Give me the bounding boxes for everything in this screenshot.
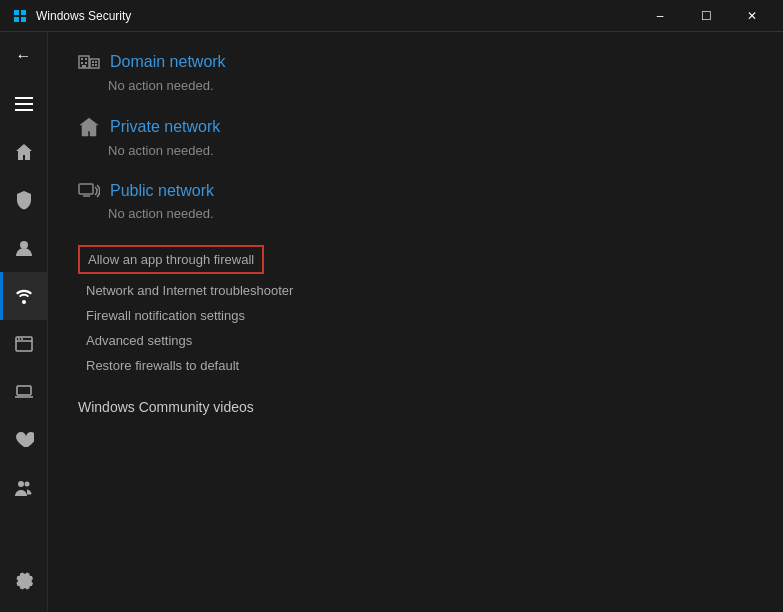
laptop-icon: [14, 382, 34, 402]
private-network-header: Private network: [78, 117, 753, 137]
svg-point-11: [21, 338, 23, 340]
svg-rect-0: [14, 10, 19, 15]
sidebar-item-browser[interactable]: [0, 320, 48, 368]
settings-icon: [14, 570, 34, 590]
wifi-icon: [14, 286, 34, 306]
private-network-section: Private network No action needed.: [78, 117, 753, 158]
maximize-button[interactable]: ☐: [683, 0, 729, 32]
back-button[interactable]: ←: [0, 32, 48, 80]
app-title: Windows Security: [36, 9, 131, 23]
sidebar-item-device[interactable]: [0, 368, 48, 416]
public-network-header: Public network: [78, 182, 753, 200]
heart-icon: [14, 430, 34, 450]
sidebar-item-virus[interactable]: [0, 176, 48, 224]
window-controls[interactable]: – ☐ ✕: [637, 0, 775, 32]
domain-network-status: No action needed.: [108, 78, 753, 93]
svg-rect-20: [82, 65, 86, 68]
svg-rect-5: [15, 103, 33, 105]
sidebar-item-settings[interactable]: [0, 556, 48, 604]
shield-icon: [14, 190, 34, 210]
svg-rect-1: [21, 10, 26, 15]
allow-app-link[interactable]: Allow an app through firewall: [80, 247, 262, 272]
sidebar-item-health[interactable]: [0, 416, 48, 464]
close-button[interactable]: ✕: [729, 0, 775, 32]
home-network-icon: [78, 117, 100, 137]
home-icon: [14, 142, 34, 162]
wifi-network-icon: [78, 182, 100, 200]
minimize-button[interactable]: –: [637, 0, 683, 32]
title-bar: Windows Security – ☐ ✕: [0, 0, 783, 32]
svg-point-14: [24, 482, 29, 487]
private-network-title: Private network: [110, 118, 220, 136]
svg-rect-26: [79, 184, 93, 194]
domain-network-section: Domain network No action needed.: [78, 52, 753, 93]
svg-rect-22: [92, 61, 94, 63]
restore-firewalls-link[interactable]: Restore firewalls to default: [78, 353, 753, 378]
svg-rect-12: [17, 386, 31, 395]
public-network-status: No action needed.: [108, 206, 753, 221]
community-section: Windows Community videos: [78, 398, 753, 416]
svg-rect-23: [95, 61, 97, 63]
svg-rect-17: [85, 58, 87, 60]
advanced-settings-link[interactable]: Advanced settings: [78, 328, 753, 353]
svg-rect-3: [21, 17, 26, 22]
troubleshooter-link[interactable]: Network and Internet troubleshooter: [78, 278, 753, 303]
svg-rect-18: [81, 62, 83, 64]
private-network-icon: [78, 117, 100, 137]
domain-network-title: Domain network: [110, 53, 226, 71]
domain-network-header: Domain network: [78, 52, 753, 72]
sidebar-item-family[interactable]: [0, 464, 48, 512]
sidebar-nav: [0, 128, 47, 556]
back-icon: ←: [16, 47, 32, 65]
svg-rect-21: [90, 59, 99, 68]
sidebar-item-account[interactable]: [0, 224, 48, 272]
links-section: Allow an app through firewall Network an…: [78, 245, 753, 378]
svg-rect-25: [95, 64, 97, 66]
sidebar-item-home[interactable]: [0, 128, 48, 176]
svg-point-13: [18, 481, 24, 487]
title-bar-left: Windows Security: [12, 8, 131, 24]
browser-icon: [14, 334, 34, 354]
domain-network-icon: [78, 52, 100, 72]
app-container: ←: [0, 32, 783, 612]
svg-point-10: [18, 338, 20, 340]
public-network-section: Public network No action needed.: [78, 182, 753, 221]
app-icon: [12, 8, 28, 24]
sidebar-top: ←: [0, 32, 47, 128]
private-network-status: No action needed.: [108, 143, 753, 158]
hamburger-icon: [15, 97, 33, 111]
community-title: Windows Community videos: [78, 399, 254, 415]
domain-icon: [78, 52, 100, 72]
public-network-title: Public network: [110, 182, 214, 200]
hamburger-button[interactable]: [0, 80, 48, 128]
sidebar-item-firewall[interactable]: [0, 272, 48, 320]
svg-rect-6: [15, 109, 33, 111]
family-icon: [14, 478, 34, 498]
person-icon: [14, 238, 34, 258]
svg-rect-16: [81, 58, 83, 60]
sidebar: ←: [0, 32, 48, 612]
svg-rect-24: [92, 64, 94, 66]
svg-rect-19: [85, 62, 87, 64]
sidebar-bottom: [0, 556, 47, 604]
svg-rect-4: [15, 97, 33, 99]
svg-point-7: [20, 241, 28, 249]
public-network-icon: [78, 182, 100, 200]
main-content: Domain network No action needed. Private…: [48, 32, 783, 612]
svg-rect-2: [14, 17, 19, 22]
notification-settings-link[interactable]: Firewall notification settings: [78, 303, 753, 328]
